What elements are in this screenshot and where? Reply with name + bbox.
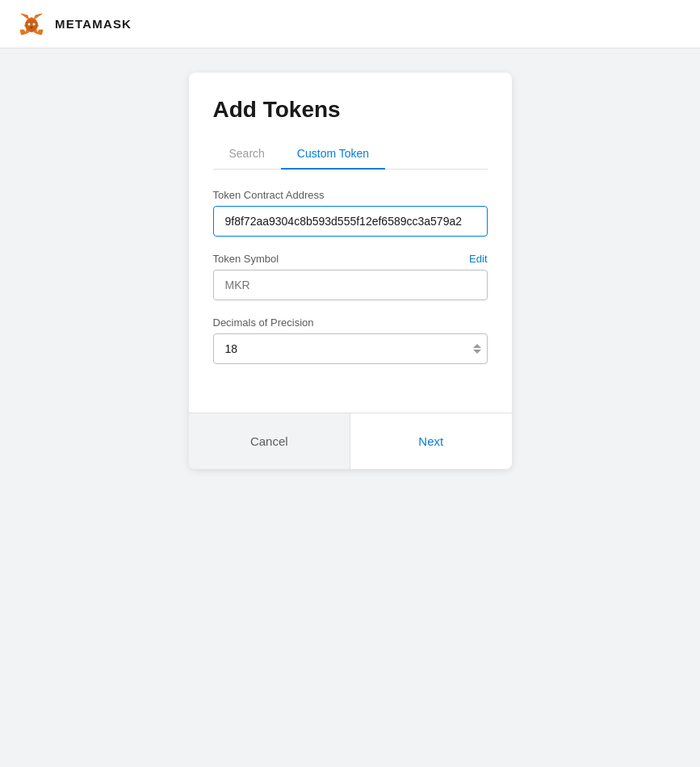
token-symbol-field: Token Symbol Edit	[213, 253, 488, 300]
contract-address-label-row: Token Contract Address	[213, 189, 488, 201]
tabs-container: Search Custom Token	[213, 139, 488, 170]
svg-marker-1	[21, 14, 29, 19]
add-tokens-card: Add Tokens Search Custom Token Token Con…	[189, 73, 512, 469]
token-symbol-label: Token Symbol	[213, 253, 279, 265]
spinner-up-arrow[interactable]	[473, 344, 481, 348]
token-symbol-label-row: Token Symbol Edit	[213, 253, 488, 265]
decimals-field: Decimals of Precision	[213, 316, 488, 364]
decimals-spinner-wrapper	[213, 333, 488, 364]
next-button[interactable]: Next	[350, 413, 512, 469]
spinner-down-arrow[interactable]	[473, 350, 481, 354]
contract-address-field: Token Contract Address	[213, 189, 488, 237]
app-title: METAMASK	[55, 17, 132, 31]
contract-address-input[interactable]	[213, 206, 488, 237]
logo-container: METAMASK	[16, 9, 132, 40]
cancel-button[interactable]: Cancel	[189, 413, 351, 469]
card-body: Add Tokens Search Custom Token Token Con…	[189, 73, 512, 413]
decimals-label-row: Decimals of Precision	[213, 316, 488, 329]
svg-point-11	[33, 23, 36, 25]
tab-search[interactable]: Search	[213, 139, 281, 170]
contract-address-label: Token Contract Address	[213, 189, 325, 201]
svg-marker-2	[37, 30, 43, 35]
svg-point-10	[28, 23, 31, 25]
svg-marker-0	[34, 14, 42, 19]
card-footer: Cancel Next	[189, 413, 512, 469]
token-symbol-input[interactable]	[213, 270, 488, 300]
metamask-fox-icon	[16, 9, 47, 40]
card-title: Add Tokens	[213, 97, 488, 123]
svg-marker-3	[20, 30, 26, 35]
tab-custom-token[interactable]: Custom Token	[281, 139, 385, 170]
svg-point-8	[25, 18, 38, 32]
header: METAMASK	[0, 0, 700, 48]
decimals-label: Decimals of Precision	[213, 316, 314, 329]
token-symbol-edit-link[interactable]: Edit	[469, 253, 487, 265]
main-content: Add Tokens Search Custom Token Token Con…	[0, 48, 700, 469]
decimals-spinner-arrows[interactable]	[473, 344, 481, 354]
decimals-input[interactable]	[213, 333, 488, 364]
